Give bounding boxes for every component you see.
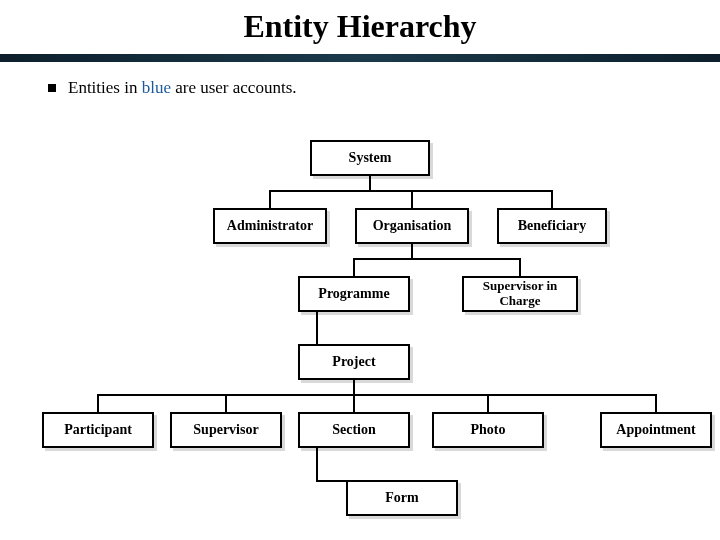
node-appointment: Appointment	[600, 412, 712, 448]
node-beneficiary: Beneficiary	[497, 208, 607, 244]
connector	[487, 394, 489, 412]
bullet-icon	[48, 84, 56, 92]
page-title: Entity Hierarchy	[0, 8, 720, 45]
node-project: Project	[298, 344, 410, 380]
subtitle: Entities in blue are user accounts.	[48, 78, 297, 98]
connector	[519, 258, 521, 276]
connector	[655, 394, 657, 412]
connector	[97, 394, 99, 412]
connector	[353, 380, 355, 394]
connector	[316, 312, 318, 344]
connector	[316, 480, 346, 482]
connector	[269, 190, 271, 208]
connector	[411, 244, 413, 258]
node-supervisor: Supervisor	[170, 412, 282, 448]
node-administrator: Administrator	[213, 208, 327, 244]
node-form: Form	[346, 480, 458, 516]
connector	[353, 394, 355, 412]
connector	[353, 258, 355, 276]
node-system: System	[310, 140, 430, 176]
subtitle-blue: blue	[142, 78, 171, 97]
node-section: Section	[298, 412, 410, 448]
node-supervisor-in-charge: Supervisor in Charge	[462, 276, 578, 312]
connector	[369, 176, 371, 190]
connector	[316, 448, 318, 480]
node-organisation: Organisation	[355, 208, 469, 244]
subtitle-suffix: are user accounts.	[171, 78, 297, 97]
connector	[225, 394, 227, 412]
connector	[353, 258, 521, 260]
node-photo: Photo	[432, 412, 544, 448]
connector	[411, 190, 413, 208]
node-programme: Programme	[298, 276, 410, 312]
connector	[551, 190, 553, 208]
subtitle-prefix: Entities in	[68, 78, 142, 97]
connector	[97, 394, 657, 396]
node-participant: Participant	[42, 412, 154, 448]
